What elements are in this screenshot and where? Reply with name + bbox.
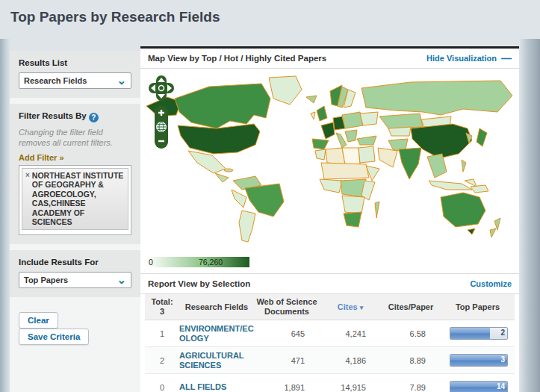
- wos-documents-value: 645: [254, 329, 320, 338]
- top-papers-count: 14: [497, 382, 505, 391]
- wos-documents-value: 471: [254, 356, 320, 365]
- cites-value: 4,186: [320, 356, 381, 365]
- filter-note: Changing the filter field removes all cu…: [19, 128, 131, 149]
- column-header-top-papers: Top Papers: [441, 302, 515, 312]
- results-list-dropdown[interactable]: Research Fields ⌄: [19, 72, 131, 89]
- column-header-research-fields: Research Fields: [179, 302, 254, 312]
- column-header-cites[interactable]: Cites ▾: [320, 302, 381, 312]
- page-background-left: [0, 39, 10, 392]
- world-choropleth-map[interactable]: [142, 73, 517, 251]
- row-rank: 2: [145, 356, 179, 365]
- sidebar: Results List Research Fields ⌄ Filter Re…: [10, 51, 140, 392]
- active-filter-list: × NORTHEAST INSTITUTE OF GEOGRAPHY & AGR…: [19, 165, 131, 235]
- report-section-title: Report View by Selection: [148, 279, 250, 288]
- include-results-section: Include Results For Top Papers ⌄: [10, 250, 140, 297]
- customize-link[interactable]: Customize: [470, 279, 512, 288]
- add-filter-link[interactable]: Add Filter »: [19, 153, 64, 162]
- clear-button[interactable]: Clear: [19, 312, 58, 329]
- column-header-total: Total: 3: [145, 297, 179, 317]
- remove-filter-icon[interactable]: ×: [25, 171, 30, 228]
- active-filter-text: NORTHEAST INSTITUTE OF GEOGRAPHY & AGROE…: [32, 171, 125, 228]
- map-legend-area: 0 76,260: [140, 255, 519, 274]
- save-criteria-button[interactable]: Save Criteria: [19, 329, 89, 345]
- help-icon[interactable]: ?: [89, 113, 99, 122]
- wos-documents-value: 1,891: [254, 383, 320, 392]
- top-papers-count: 3: [500, 355, 505, 364]
- chevron-down-icon: ⌄: [117, 276, 126, 284]
- chevron-down-icon: ⌄: [117, 77, 126, 84]
- cites-per-paper-value: 7.89: [381, 383, 441, 392]
- cites-value: 4,241: [320, 329, 381, 338]
- research-field-link[interactable]: AGRICULTURAL SCIENCES: [179, 351, 254, 370]
- research-field-link[interactable]: ENVIRONMENT/ECOLOGY: [179, 324, 254, 343]
- cites-per-paper-value: 8.89: [381, 356, 441, 365]
- include-results-dropdown[interactable]: Top Papers ⌄: [19, 272, 131, 288]
- research-field-link[interactable]: ALL FIELDS: [179, 382, 254, 392]
- cites-value: 14,915: [320, 383, 381, 392]
- map-section-title: Map View by Top / Hot / Highly Cited Pap…: [148, 54, 326, 63]
- choropleth-legend: 0 76,260: [146, 257, 249, 267]
- column-header-wos-documents: Web of Science Documents: [254, 297, 320, 317]
- main-panel: Map View by Top / Hot / Highly Cited Pap…: [140, 46, 519, 392]
- cites-per-paper-value: 6.58: [381, 329, 441, 338]
- row-rank: 1: [145, 329, 179, 338]
- legend-max-value: 76,260: [199, 258, 223, 267]
- page-header: Top Papers by Research Fields: [0, 0, 540, 46]
- results-list-label: Results List: [19, 58, 131, 67]
- top-papers-bar: 2: [450, 327, 508, 340]
- page-background-right: [519, 39, 540, 392]
- top-papers-count: 2: [500, 329, 505, 337]
- filter-section: Filter Results By? Changing the filter f…: [10, 104, 140, 244]
- collapse-icon[interactable]: —: [501, 52, 512, 64]
- total-count: 3: [145, 307, 179, 317]
- top-papers-bar: 14: [450, 381, 508, 392]
- hide-visualization-link[interactable]: Hide Visualization: [426, 54, 497, 63]
- column-header-cites-per-paper: Cites/Paper: [381, 302, 441, 312]
- map-section-header: Map View by Top / Hot / Highly Cited Pap…: [140, 49, 519, 69]
- active-filter-item[interactable]: × NORTHEAST INSTITUTE OF GEOGRAPHY & AGR…: [22, 168, 128, 231]
- table-row: 2 AGRICULTURAL SCIENCES 471 4,186 8.89 3: [145, 347, 515, 374]
- report-section-header: Report View by Selection Customize: [140, 274, 519, 294]
- table-row: 0 ALL FIELDS 1,891 14,915 7.89 14: [145, 374, 515, 392]
- sort-descending-icon: ▾: [360, 304, 364, 311]
- row-rank: 0: [145, 383, 179, 392]
- include-results-selected: Top Papers: [24, 276, 68, 284]
- top-papers-bar: 3: [450, 354, 508, 367]
- table-row: 1 ENVIRONMENT/ECOLOGY 645 4,241 6.58 2: [145, 320, 515, 347]
- map-pan-control[interactable]: [148, 75, 175, 102]
- report-table-header: Total: 3 Research Fields Web of Science …: [145, 294, 515, 320]
- results-list-selected: Research Fields: [24, 76, 87, 85]
- map-zoom-control[interactable]: [154, 105, 169, 149]
- map-view: [140, 69, 519, 255]
- globe-icon: [157, 122, 167, 132]
- sidebar-buttons: Clear Save Criteria: [10, 303, 140, 354]
- results-list-section: Results List Research Fields ⌄: [10, 51, 140, 98]
- filter-label: Filter Results By?: [19, 111, 131, 122]
- include-results-label: Include Results For: [19, 258, 131, 267]
- page-title: Top Papers by Research Fields: [10, 9, 220, 25]
- legend-min-value: 0: [149, 258, 153, 267]
